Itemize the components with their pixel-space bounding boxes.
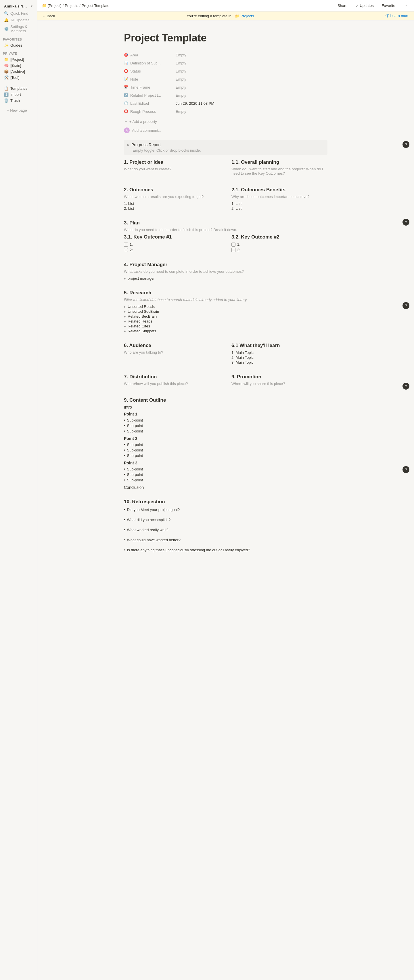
help-bubble-4[interactable]: ?	[403, 383, 409, 390]
sidebar-item-templates[interactable]: 📋 Templates	[1, 86, 36, 92]
property-definition-value: Empty	[176, 61, 327, 65]
updates-button[interactable]: ✓ Updates	[353, 3, 376, 9]
clock-icon: 🕐	[124, 101, 128, 105]
sidebar-item-label: Trash	[10, 99, 33, 103]
section-2-list-1: 1.List	[124, 201, 220, 206]
banner-link-icon: 📁	[235, 14, 240, 18]
breadcrumb-project[interactable]: [Project]	[48, 3, 62, 8]
property-last-edited-value: Jun 29, 2020 11:03 PM	[176, 101, 327, 106]
sidebar-item-guides[interactable]: ✨ Guides	[1, 42, 36, 48]
sidebar-action-label: Quick Find	[10, 11, 28, 16]
sidebar-item-brain[interactable]: 🧠 [Brain]	[1, 62, 36, 68]
add-property-button[interactable]: ＋ + Add a property	[124, 118, 327, 125]
section-6-title: 6. Audience	[124, 343, 220, 348]
retro-q4: • What could have worked better?	[124, 537, 327, 543]
toggle-arrow-icon: ▶	[124, 330, 126, 332]
comment-area[interactable]: A Add a comment...	[124, 125, 327, 135]
toggle-related-snippets[interactable]: ▶Related Snippets	[124, 329, 327, 334]
favorite-button[interactable]: Favorite	[379, 3, 398, 9]
section-1-1-title: 1.1. Overall planning	[232, 159, 327, 165]
learn-more-button[interactable]: ⓘ Learn more	[385, 13, 409, 18]
page-title: Project Template	[124, 32, 327, 44]
sidebar-item-all-updates[interactable]: 🔔 All Updates	[1, 17, 36, 23]
section-3-2-cb1[interactable]: 1:	[232, 242, 327, 247]
archive-icon: 📦	[4, 69, 9, 74]
list-item: Sub-point	[124, 428, 327, 434]
property-area-value: Empty	[176, 53, 327, 57]
toggle-related-secbrain[interactable]: ▶Related SecBrain	[124, 314, 327, 319]
breadcrumb-projects[interactable]: Projects	[65, 3, 78, 8]
property-related-value: Empty	[176, 93, 327, 97]
breadcrumb-template[interactable]: Project Template	[82, 3, 109, 8]
toggle-unsorted-secbrain[interactable]: ▶Unsorted SecBrain	[124, 309, 327, 314]
more-button[interactable]: ···	[401, 2, 409, 9]
banner-link[interactable]: Projects	[241, 14, 254, 18]
toggle-arrow-icon: ▶	[127, 143, 130, 146]
list-item: Sub-point	[124, 447, 327, 453]
sidebar-item-import[interactable]: ⬇️ Import	[1, 92, 36, 97]
workspace-header[interactable]: Annika's Notion ▼	[1, 2, 36, 10]
section-3-1-cb1[interactable]: 1:	[124, 242, 220, 247]
sidebar-divider	[0, 83, 37, 83]
back-button[interactable]: ← Back	[42, 14, 55, 18]
property-key-label: Rough Process	[130, 109, 156, 114]
property-rough-process[interactable]: ⭕ Rough Process Empty	[124, 107, 327, 115]
point-2-title: Point 2	[124, 436, 327, 441]
share-button[interactable]: Share	[335, 3, 350, 9]
toggle-project-manager[interactable]: ▶ project manager	[124, 276, 327, 281]
add-property-label: + Add a property	[129, 119, 157, 124]
property-key-label: Definition of Suc...	[130, 61, 161, 65]
point-3-title: Point 3	[124, 461, 327, 465]
gear-icon: ⚙️	[4, 27, 9, 31]
section-3-2-title: 3.2. Key Outcome #2	[232, 234, 327, 240]
workspace-caret-icon: ▼	[30, 5, 33, 8]
chart-icon: 📊	[124, 61, 128, 65]
sidebar-item-quick-find[interactable]: 🔍 Quick Find	[1, 10, 36, 17]
sidebar-item-project[interactable]: 📁 [Project]	[1, 56, 36, 62]
sidebar-item-tool[interactable]: 🛠️ [Tool]	[1, 75, 36, 81]
section-3-2-cb2[interactable]: 2:	[232, 247, 327, 253]
trash-icon: 🗑️	[4, 99, 9, 103]
toggle-related-reads[interactable]: ▶Related Reads	[124, 319, 327, 324]
checkbox-icon	[124, 243, 128, 247]
section-3-1-cb2[interactable]: 2:	[124, 247, 220, 253]
property-timeframe[interactable]: 📅 Time Frame Empty	[124, 83, 327, 91]
favorites-section-label: FAVORITES	[0, 34, 37, 42]
property-related-project[interactable]: ↗️ Related Project t... Empty	[124, 91, 327, 99]
toggle-unsorted-reads[interactable]: ▶Unsorted Reads	[124, 304, 327, 309]
sidebar-item-settings[interactable]: ⚙️ Settings & Members	[1, 23, 36, 34]
section-1-left: 1. Project or Idea What do you want to c…	[124, 159, 220, 178]
section-10-title: 10. Retrospection	[124, 499, 327, 505]
banner-text: You're editing a template in	[187, 14, 232, 18]
property-definition[interactable]: 📊 Definition of Suc... Empty	[124, 59, 327, 67]
toggle-block-progress: ▶ Progress Report Empty toggle. Click or…	[124, 140, 327, 155]
bell-icon: 🔔	[4, 18, 9, 22]
help-bubble-1[interactable]: ?	[403, 141, 409, 148]
property-last-edited[interactable]: 🕐 Last Edited Jun 29, 2020 11:03 PM	[124, 99, 327, 107]
point-2-list: Sub-point Sub-point Sub-point	[124, 442, 327, 458]
tool-icon: 🛠️	[4, 75, 9, 80]
sidebar-item-archive[interactable]: 📦 [Archive]	[1, 68, 36, 75]
help-bubble-5[interactable]: ?	[403, 466, 409, 473]
avatar: A	[124, 127, 130, 133]
topbar-left: 📁 [Project] / Projects / Project Templat…	[42, 3, 109, 8]
toggle-header[interactable]: ▶ Progress Report	[127, 142, 324, 147]
breadcrumb-folder-icon: 📁	[42, 3, 47, 8]
property-timeframe-value: Empty	[176, 85, 327, 89]
property-status[interactable]: ⭕ Status Empty	[124, 67, 327, 75]
sidebar-item-trash[interactable]: 🗑️ Trash	[1, 97, 36, 103]
property-note[interactable]: 📝 Note Empty	[124, 75, 327, 83]
list-item: Sub-point	[124, 453, 327, 458]
sidebar-item-label: [Tool]	[10, 75, 33, 80]
help-bubble-2[interactable]: ?	[403, 219, 409, 226]
help-bubble-3[interactable]: ?	[403, 302, 409, 309]
property-area[interactable]: 🎯 Area Empty	[124, 51, 327, 59]
toggle-arrow-icon: ▶	[124, 277, 126, 280]
section-3-1-title: 3.1. Key Outcome #1	[124, 234, 220, 240]
retro-q1: • Did you Meet your project goal?	[124, 506, 327, 513]
property-key-label: Last Edited	[130, 101, 149, 106]
property-key-label: Status	[130, 69, 141, 73]
new-page-button[interactable]: + New page	[4, 107, 33, 114]
breadcrumb-sep1: /	[63, 3, 64, 8]
toggle-related-cites[interactable]: ▶Related Cites	[124, 324, 327, 329]
